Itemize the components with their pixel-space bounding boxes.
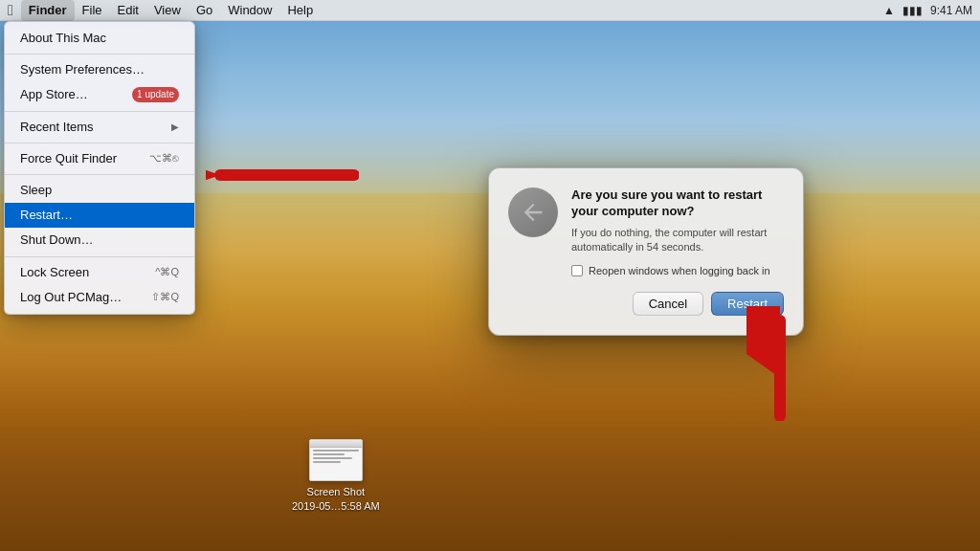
menu-restart[interactable]: Restart… xyxy=(5,203,194,228)
menubar-view[interactable]: View xyxy=(146,0,189,21)
force-quit-shortcut: ⌥⌘⎋ xyxy=(149,151,179,165)
dialog-checkbox-row: Reopen windows when logging back in xyxy=(571,265,784,276)
lock-screen-shortcut: ^⌘Q xyxy=(155,265,179,279)
menu-separator-4 xyxy=(5,174,194,175)
arrow-pointing-left xyxy=(206,142,359,212)
menubar-finder[interactable]: Finder xyxy=(21,0,75,21)
dialog-restart-icon xyxy=(508,187,558,237)
back-arrow-icon xyxy=(520,199,546,226)
menu-log-out[interactable]: Log Out PCMag… ⇧⌘Q xyxy=(5,285,194,310)
menu-lock-screen[interactable]: Lock Screen ^⌘Q xyxy=(5,260,194,285)
menu-separator-1 xyxy=(5,54,194,55)
screenshot-label: Screen Shot 2019-05…5:58 AM xyxy=(292,485,380,513)
menu-system-preferences[interactable]: System Preferences… xyxy=(5,57,194,82)
menubar:  Finder File Edit View Go Window Help ▲… xyxy=(0,0,980,21)
menu-separator-5 xyxy=(5,256,194,257)
menu-recent-items[interactable]: Recent Items ▶ xyxy=(5,115,194,140)
menubar-go[interactable]: Go xyxy=(189,0,220,21)
menu-separator-3 xyxy=(5,143,194,143)
menubar-window[interactable]: Window xyxy=(220,0,279,21)
thumbnail-content xyxy=(310,448,362,467)
apple-dropdown-menu: About This Mac System Preferences… App S… xyxy=(4,21,195,315)
app-store-badge: 1 update xyxy=(132,87,179,102)
menubar-edit[interactable]: Edit xyxy=(110,0,146,21)
dialog-title: Are you sure you want to restart your co… xyxy=(571,187,784,220)
cancel-button[interactable]: Cancel xyxy=(633,292,703,316)
dialog-buttons: Cancel Restart xyxy=(508,292,784,316)
menubar-help[interactable]: Help xyxy=(279,0,321,21)
menu-about-this-mac[interactable]: About This Mac xyxy=(5,26,194,51)
log-out-shortcut: ⇧⌘Q xyxy=(151,290,179,304)
arrow-pointing-up xyxy=(746,306,813,425)
thumbnail-line-2 xyxy=(313,453,345,455)
reopen-windows-checkbox[interactable] xyxy=(571,265,583,276)
menu-shut-down[interactable]: Shut Down… xyxy=(5,228,194,253)
apple-menu-trigger[interactable]:  xyxy=(8,2,13,19)
menubar-wifi-icon: ▲ xyxy=(883,4,895,17)
thumbnail-line-4 xyxy=(313,461,341,463)
thumbnail-line-3 xyxy=(313,457,352,459)
dialog-content-area: Are you sure you want to restart your co… xyxy=(508,187,784,276)
screenshot-thumbnail xyxy=(309,439,363,481)
menubar-time: 9:41 AM xyxy=(930,4,972,17)
thumbnail-line-1 xyxy=(313,450,359,452)
menu-force-quit[interactable]: Force Quit Finder ⌥⌘⎋ xyxy=(5,146,194,171)
dialog-text-area: Are you sure you want to restart your co… xyxy=(571,187,784,276)
desktop-icon-screenshot[interactable]: Screen Shot 2019-05…5:58 AM xyxy=(292,439,380,513)
dialog-body: If you do nothing, the computer will res… xyxy=(571,226,784,255)
menubar-battery-icon: ▮▮▮ xyxy=(902,4,923,17)
menu-sleep[interactable]: Sleep xyxy=(5,178,194,203)
menubar-right-items: ▲ ▮▮▮ 9:41 AM xyxy=(883,4,972,17)
menubar-file[interactable]: File xyxy=(75,0,110,21)
recent-items-arrow-icon: ▶ xyxy=(171,121,179,134)
thumbnail-header xyxy=(310,440,362,448)
reopen-windows-label: Reopen windows when logging back in xyxy=(589,265,770,276)
menu-separator-2 xyxy=(5,111,194,112)
menu-app-store[interactable]: App Store… 1 update xyxy=(5,82,194,107)
